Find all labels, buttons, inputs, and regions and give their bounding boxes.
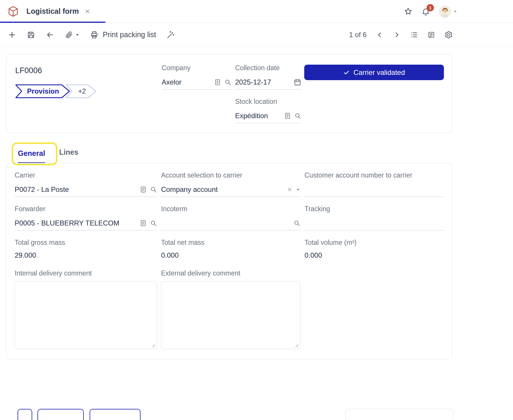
external-comment-label: External delivery comment bbox=[161, 269, 300, 277]
forwarder-input[interactable]: P0005 - BLUEBERRY TELECOM bbox=[15, 216, 157, 230]
active-tab-underline bbox=[0, 22, 105, 23]
carrier-validated-label: Carrier validated bbox=[353, 68, 405, 77]
total-volume-label: Total volume (m³) bbox=[305, 239, 444, 247]
close-tab-icon[interactable] bbox=[85, 8, 90, 14]
open-document-tab[interactable]: Logistical form bbox=[26, 7, 90, 16]
total-gross-mass-label: Total gross mass bbox=[15, 239, 157, 247]
total-net-mass-label: Total net mass bbox=[161, 239, 300, 247]
external-comment-textarea[interactable] bbox=[161, 281, 300, 349]
notification-count-badge: 1 bbox=[427, 4, 434, 11]
magic-wand-icon[interactable] bbox=[167, 31, 175, 39]
calendar-icon[interactable] bbox=[294, 78, 301, 86]
record-pager: 1 of 6 bbox=[349, 31, 367, 39]
check-icon bbox=[343, 69, 350, 76]
settings-gear-icon[interactable] bbox=[444, 31, 453, 39]
forwarder-open-record-icon[interactable] bbox=[140, 220, 147, 227]
internal-comment-label: Internal delivery comment bbox=[15, 269, 157, 277]
favorite-star-icon[interactable] bbox=[404, 7, 413, 16]
customer-account-field: Customer account number to carrier bbox=[305, 171, 444, 197]
bottom-side-panel bbox=[346, 409, 453, 420]
total-gross-mass-field: Total gross mass 29.000 bbox=[15, 239, 157, 259]
stock-location-field: Stock location Expédition bbox=[235, 98, 301, 123]
attachments-button[interactable] bbox=[65, 31, 80, 39]
collection-date-value[interactable]: 2025-12-17 bbox=[235, 78, 290, 86]
status-badges: Provision +2 bbox=[15, 84, 97, 98]
next-record-icon[interactable] bbox=[393, 31, 401, 39]
document-tab-title: Logistical form bbox=[26, 7, 79, 16]
clear-selection-icon[interactable] bbox=[287, 187, 293, 192]
tab-general[interactable]: General bbox=[18, 149, 45, 163]
total-volume-field: Total volume (m³) 0.000 bbox=[305, 239, 444, 259]
status-badge-provision[interactable]: Provision bbox=[15, 84, 70, 98]
carrier-search-icon[interactable] bbox=[150, 186, 157, 193]
collection-date-label: Collection date bbox=[235, 64, 301, 72]
carrier-input[interactable]: P0072 - La Poste bbox=[15, 182, 157, 197]
total-net-mass-field: Total net mass 0.000 bbox=[161, 239, 300, 259]
forwarder-field: Forwarder P0005 - BLUEBERRY TELECOM bbox=[15, 205, 157, 230]
incoterm-search-icon[interactable] bbox=[293, 220, 300, 227]
stock-location-input[interactable]: Expédition bbox=[235, 109, 301, 123]
bottom-action-button-2[interactable] bbox=[37, 409, 84, 420]
company-open-record-icon[interactable] bbox=[214, 79, 221, 86]
app-logo-icon bbox=[8, 6, 19, 17]
company-field: Company Axelor bbox=[162, 64, 231, 89]
tracking-input[interactable] bbox=[305, 216, 444, 230]
user-avatar[interactable] bbox=[439, 5, 451, 18]
save-icon[interactable] bbox=[27, 31, 35, 39]
printer-icon bbox=[90, 31, 98, 39]
general-panel: Carrier P0072 - La Poste bbox=[6, 163, 452, 359]
user-menu[interactable] bbox=[439, 5, 457, 18]
tracking-label: Tracking bbox=[305, 205, 444, 213]
company-value[interactable]: Axelor bbox=[162, 78, 211, 86]
print-packing-list-label: Print packing list bbox=[103, 30, 156, 39]
incoterm-field: Incoterm bbox=[161, 205, 300, 230]
previous-record-icon[interactable] bbox=[376, 31, 384, 39]
bottom-action-button-1[interactable] bbox=[18, 409, 32, 420]
forwarder-value[interactable]: P0005 - BLUEBERRY TELECOM bbox=[15, 219, 136, 227]
internal-comment-textarea[interactable] bbox=[15, 281, 157, 349]
account-selection-value[interactable]: Company account bbox=[161, 185, 283, 194]
company-label: Company bbox=[162, 64, 231, 72]
bottom-action-button-3[interactable] bbox=[90, 409, 141, 420]
new-record-icon[interactable] bbox=[8, 30, 16, 39]
form-toolbar: Print packing list 1 of 6 bbox=[0, 23, 513, 47]
company-input[interactable]: Axelor bbox=[162, 75, 231, 89]
forwarder-search-icon[interactable] bbox=[150, 220, 157, 227]
tracking-field: Tracking bbox=[305, 205, 444, 230]
stock-location-label: Stock location bbox=[235, 98, 301, 106]
stock-location-open-record-icon[interactable] bbox=[284, 112, 291, 119]
app-tabbar: Logistical form 1 bbox=[0, 0, 513, 23]
carrier-value[interactable]: P0072 - La Poste bbox=[15, 185, 136, 194]
carrier-open-record-icon[interactable] bbox=[140, 186, 147, 193]
notifications-bell-icon[interactable]: 1 bbox=[421, 7, 430, 16]
print-packing-list-button[interactable]: Print packing list bbox=[90, 30, 156, 39]
company-search-icon[interactable] bbox=[224, 79, 231, 86]
tab-lines[interactable]: Lines bbox=[59, 148, 78, 156]
app-window: Logistical form 1 bbox=[0, 0, 513, 420]
resize-handle-icon[interactable] bbox=[151, 343, 155, 347]
form-content: LF0006 Provision +2 Company Axelor bbox=[6, 54, 452, 420]
total-net-mass-value: 0.000 bbox=[161, 251, 300, 259]
resize-handle-icon[interactable] bbox=[294, 343, 299, 347]
carrier-validated-button[interactable]: Carrier validated bbox=[304, 65, 444, 80]
forwarder-label: Forwarder bbox=[15, 205, 157, 213]
details-view-icon[interactable] bbox=[428, 31, 435, 39]
stock-location-value[interactable]: Expédition bbox=[235, 112, 281, 120]
total-gross-mass-value: 29.000 bbox=[15, 251, 157, 259]
attachments-caret-icon[interactable] bbox=[75, 32, 80, 37]
stock-location-search-icon[interactable] bbox=[294, 112, 301, 119]
incoterm-input[interactable] bbox=[161, 216, 300, 230]
back-arrow-icon[interactable] bbox=[46, 30, 54, 39]
status-overflow-label: +2 bbox=[78, 87, 86, 95]
external-comment-field: External delivery comment bbox=[161, 269, 300, 349]
status-badge-overflow[interactable]: +2 bbox=[66, 84, 97, 98]
record-header-card: LF0006 Provision +2 Company Axelor bbox=[6, 54, 452, 133]
account-selection-label: Account selection to carrier bbox=[161, 171, 300, 179]
account-selection-select[interactable]: Company account bbox=[161, 182, 300, 197]
collection-date-input[interactable]: 2025-12-17 bbox=[235, 75, 301, 89]
customer-account-input[interactable] bbox=[305, 182, 444, 197]
form-tabs: General Lines bbox=[6, 133, 452, 163]
list-view-icon[interactable] bbox=[410, 31, 418, 39]
select-caret-icon[interactable] bbox=[296, 187, 300, 192]
status-label: Provision bbox=[27, 87, 59, 95]
